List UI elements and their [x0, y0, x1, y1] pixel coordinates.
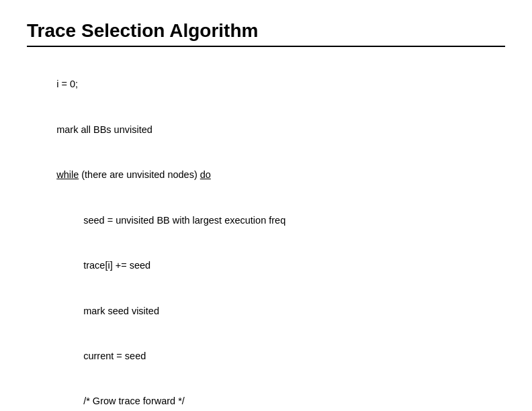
- code-line-5: trace[i] += seed: [40, 243, 505, 288]
- content-area: i = 0; mark all BBs unvisited while (the…: [27, 62, 505, 411]
- title-section: Trace Selection Algorithm: [27, 20, 505, 56]
- code-line-8: /* Grow trace forward */: [40, 379, 505, 411]
- slide-title: Trace Selection Algorithm: [27, 20, 505, 42]
- code-line-4: seed = unvisited BB with largest executi…: [40, 197, 505, 242]
- code-line-7: current = seed: [40, 333, 505, 378]
- title-divider: [27, 46, 505, 47]
- code-line-3: while (there are unvisited nodes) do: [40, 152, 505, 197]
- code-line-1: i = 0;: [40, 62, 505, 107]
- code-line-6: mark seed visited: [40, 288, 505, 333]
- slide-container: Trace Selection Algorithm i = 0; mark al…: [0, 0, 532, 411]
- code-line-2: mark all BBs unvisited: [40, 107, 505, 152]
